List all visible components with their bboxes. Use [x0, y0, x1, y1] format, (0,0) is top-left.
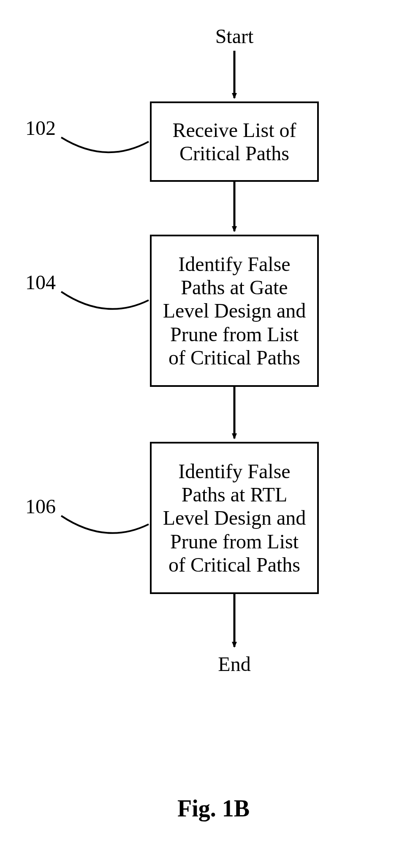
- leader-102: [61, 137, 149, 152]
- figure-caption: Fig. 1B: [177, 795, 250, 822]
- step-box-104: Identify False Paths at Gate Level Desig…: [150, 235, 319, 387]
- step-text-104: Identify False Paths at Gate Level Desig…: [160, 252, 309, 369]
- step-box-106: Identify False Paths at RTL Level Design…: [150, 442, 319, 594]
- leader-104: [61, 292, 149, 309]
- start-label: Start: [209, 25, 260, 48]
- step-text-102: Receive List of Critical Paths: [160, 118, 309, 165]
- ref-106: 106: [25, 495, 56, 518]
- end-label: End: [213, 653, 255, 676]
- leader-106: [61, 516, 149, 533]
- ref-104: 104: [25, 271, 56, 294]
- step-text-106: Identify False Paths at RTL Level Design…: [160, 460, 309, 576]
- flowchart-canvas: Start Receive List of Critical Paths 102…: [0, 0, 413, 868]
- ref-102: 102: [25, 116, 56, 140]
- step-box-102: Receive List of Critical Paths: [150, 101, 319, 182]
